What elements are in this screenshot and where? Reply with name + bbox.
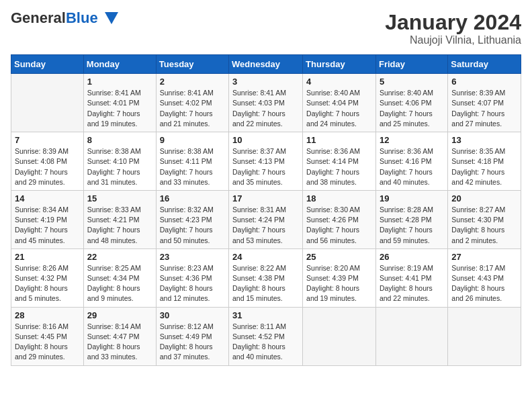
day-number: 8 (87, 135, 152, 145)
calendar-cell: 3Sunrise: 8:41 AMSunset: 4:03 PMDaylight… (229, 74, 303, 132)
day-info: Sunrise: 8:27 AMSunset: 4:30 PMDaylight:… (451, 205, 517, 246)
calendar-cell: 27Sunrise: 8:17 AMSunset: 4:43 PMDayligh… (448, 248, 521, 307)
day-info: Sunrise: 8:28 AMSunset: 4:28 PMDaylight:… (380, 205, 444, 246)
logo-icon (99, 11, 118, 26)
calendar-cell: 19Sunrise: 8:28 AMSunset: 4:28 PMDayligh… (375, 190, 447, 248)
calendar-week-row: 14Sunrise: 8:34 AMSunset: 4:19 PMDayligh… (11, 190, 521, 248)
calendar-cell: 5Sunrise: 8:40 AMSunset: 4:06 PMDaylight… (375, 74, 447, 132)
calendar-cell: 23Sunrise: 8:23 AMSunset: 4:36 PMDayligh… (156, 248, 228, 307)
day-number: 25 (306, 252, 372, 262)
day-number: 10 (232, 135, 299, 145)
day-number: 26 (380, 252, 444, 262)
calendar-cell: 21Sunrise: 8:26 AMSunset: 4:32 PMDayligh… (11, 248, 84, 307)
calendar-week-row: 28Sunrise: 8:16 AMSunset: 4:45 PMDayligh… (11, 307, 521, 365)
day-number: 14 (15, 193, 80, 203)
calendar-cell (11, 74, 84, 132)
day-info: Sunrise: 8:35 AMSunset: 4:18 PMDaylight:… (451, 146, 517, 187)
calendar-cell: 25Sunrise: 8:20 AMSunset: 4:39 PMDayligh… (303, 248, 376, 307)
calendar-week-row: 21Sunrise: 8:26 AMSunset: 4:32 PMDayligh… (11, 248, 521, 307)
day-number: 23 (160, 252, 225, 262)
location-title: Naujoji Vilnia, Lithuania (385, 34, 521, 46)
calendar-cell: 30Sunrise: 8:12 AMSunset: 4:49 PMDayligh… (156, 307, 228, 365)
calendar-cell (303, 307, 376, 365)
calendar-cell: 20Sunrise: 8:27 AMSunset: 4:30 PMDayligh… (448, 190, 521, 248)
calendar-cell: 8Sunrise: 8:38 AMSunset: 4:10 PMDaylight… (83, 132, 156, 191)
calendar-cell: 22Sunrise: 8:25 AMSunset: 4:34 PMDayligh… (83, 248, 156, 307)
day-number: 16 (160, 193, 225, 203)
calendar-cell: 13Sunrise: 8:35 AMSunset: 4:18 PMDayligh… (448, 132, 521, 191)
day-info: Sunrise: 8:36 AMSunset: 4:14 PMDaylight:… (306, 146, 372, 187)
day-info: Sunrise: 8:38 AMSunset: 4:10 PMDaylight:… (87, 146, 152, 187)
calendar-cell: 11Sunrise: 8:36 AMSunset: 4:14 PMDayligh… (303, 132, 376, 191)
calendar-cell: 31Sunrise: 8:11 AMSunset: 4:52 PMDayligh… (229, 307, 303, 365)
logo: GeneralBlue (11, 11, 118, 26)
calendar-cell: 2Sunrise: 8:41 AMSunset: 4:02 PMDaylight… (156, 74, 228, 132)
day-info: Sunrise: 8:40 AMSunset: 4:06 PMDaylight:… (380, 88, 444, 129)
calendar-cell: 6Sunrise: 8:39 AMSunset: 4:07 PMDaylight… (448, 74, 521, 132)
weekday-header-wednesday: Wednesday (229, 55, 303, 74)
calendar-cell: 24Sunrise: 8:22 AMSunset: 4:38 PMDayligh… (229, 248, 303, 307)
day-number: 15 (87, 193, 152, 203)
calendar-cell: 12Sunrise: 8:36 AMSunset: 4:16 PMDayligh… (375, 132, 447, 191)
calendar-cell: 29Sunrise: 8:14 AMSunset: 4:47 PMDayligh… (83, 307, 156, 365)
calendar-cell: 10Sunrise: 8:37 AMSunset: 4:13 PMDayligh… (229, 132, 303, 191)
day-info: Sunrise: 8:41 AMSunset: 4:02 PMDaylight:… (160, 88, 225, 129)
day-info: Sunrise: 8:11 AMSunset: 4:52 PMDaylight:… (232, 322, 299, 363)
calendar-cell: 28Sunrise: 8:16 AMSunset: 4:45 PMDayligh… (11, 307, 84, 365)
day-info: Sunrise: 8:26 AMSunset: 4:32 PMDaylight:… (15, 263, 80, 304)
svg-marker-0 (105, 12, 118, 24)
day-number: 1 (87, 77, 152, 87)
weekday-header-thursday: Thursday (303, 55, 376, 74)
calendar-header-row: SundayMondayTuesdayWednesdayThursdayFrid… (11, 55, 521, 74)
title-block: January 2024 Naujoji Vilnia, Lithuania (385, 11, 521, 46)
calendar-week-row: 7Sunrise: 8:39 AMSunset: 4:08 PMDaylight… (11, 132, 521, 191)
day-number: 29 (87, 310, 152, 320)
day-info: Sunrise: 8:31 AMSunset: 4:24 PMDaylight:… (232, 205, 299, 246)
logo-blue: Blue (66, 9, 98, 26)
logo-general: General (11, 9, 66, 26)
day-number: 17 (232, 193, 299, 203)
month-title: January 2024 (385, 11, 521, 34)
calendar-cell: 14Sunrise: 8:34 AMSunset: 4:19 PMDayligh… (11, 190, 84, 248)
day-number: 22 (87, 252, 152, 262)
calendar-cell (375, 307, 447, 365)
day-number: 18 (306, 193, 372, 203)
day-number: 20 (451, 193, 517, 203)
day-info: Sunrise: 8:22 AMSunset: 4:38 PMDaylight:… (232, 263, 299, 304)
calendar-cell: 18Sunrise: 8:30 AMSunset: 4:26 PMDayligh… (303, 190, 376, 248)
day-info: Sunrise: 8:40 AMSunset: 4:04 PMDaylight:… (306, 88, 372, 129)
day-info: Sunrise: 8:41 AMSunset: 4:01 PMDaylight:… (87, 88, 152, 129)
day-info: Sunrise: 8:38 AMSunset: 4:11 PMDaylight:… (160, 146, 225, 187)
calendar-cell: 7Sunrise: 8:39 AMSunset: 4:08 PMDaylight… (11, 132, 84, 191)
day-info: Sunrise: 8:41 AMSunset: 4:03 PMDaylight:… (232, 88, 299, 129)
day-number: 4 (306, 77, 372, 87)
day-number: 27 (451, 252, 517, 262)
calendar-cell: 4Sunrise: 8:40 AMSunset: 4:04 PMDaylight… (303, 74, 376, 132)
day-info: Sunrise: 8:17 AMSunset: 4:43 PMDaylight:… (451, 263, 517, 304)
weekday-header-saturday: Saturday (448, 55, 521, 74)
weekday-header-sunday: Sunday (11, 55, 84, 74)
day-info: Sunrise: 8:37 AMSunset: 4:13 PMDaylight:… (232, 146, 299, 187)
calendar-cell: 15Sunrise: 8:33 AMSunset: 4:21 PMDayligh… (83, 190, 156, 248)
day-info: Sunrise: 8:32 AMSunset: 4:23 PMDaylight:… (160, 205, 225, 246)
day-info: Sunrise: 8:34 AMSunset: 4:19 PMDaylight:… (15, 205, 80, 246)
calendar-cell: 17Sunrise: 8:31 AMSunset: 4:24 PMDayligh… (229, 190, 303, 248)
day-info: Sunrise: 8:16 AMSunset: 4:45 PMDaylight:… (15, 322, 80, 363)
calendar-table: SundayMondayTuesdayWednesdayThursdayFrid… (11, 54, 521, 365)
day-info: Sunrise: 8:14 AMSunset: 4:47 PMDaylight:… (87, 322, 152, 363)
day-number: 19 (380, 193, 444, 203)
day-number: 28 (15, 310, 80, 320)
day-info: Sunrise: 8:39 AMSunset: 4:08 PMDaylight:… (15, 146, 80, 187)
weekday-header-monday: Monday (83, 55, 156, 74)
day-info: Sunrise: 8:39 AMSunset: 4:07 PMDaylight:… (451, 88, 517, 129)
day-number: 24 (232, 252, 299, 262)
day-number: 30 (160, 310, 225, 320)
day-info: Sunrise: 8:12 AMSunset: 4:49 PMDaylight:… (160, 322, 225, 363)
page-header: GeneralBlue January 2024 Naujoji Vilnia,… (11, 11, 521, 46)
day-info: Sunrise: 8:33 AMSunset: 4:21 PMDaylight:… (87, 205, 152, 246)
day-number: 13 (451, 135, 517, 145)
day-info: Sunrise: 8:25 AMSunset: 4:34 PMDaylight:… (87, 263, 152, 304)
day-info: Sunrise: 8:23 AMSunset: 4:36 PMDaylight:… (160, 263, 225, 304)
calendar-cell: 26Sunrise: 8:19 AMSunset: 4:41 PMDayligh… (375, 248, 447, 307)
weekday-header-friday: Friday (375, 55, 447, 74)
